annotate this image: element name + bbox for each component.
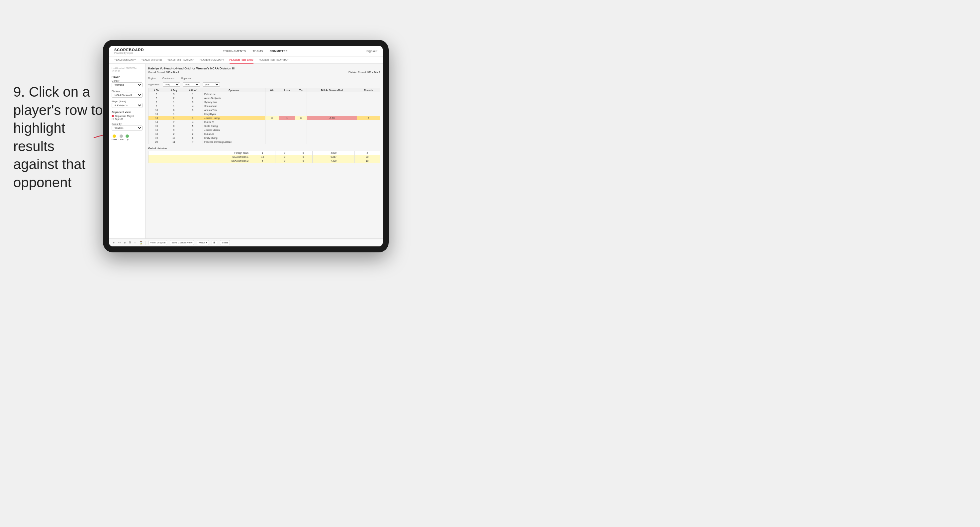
grid-cell — [295, 112, 307, 116]
table-row[interactable]: 20117Federica Domecq Lacroze — [148, 140, 380, 144]
table-row[interactable]: 522Alexis Sudijanto — [148, 96, 380, 100]
table-row[interactable]: 613Sydney Kuo — [148, 100, 380, 104]
grid-cell — [265, 112, 279, 116]
col-win: Win — [265, 88, 279, 92]
tab-team-h2h-grid[interactable]: TEAM H2H GRID — [141, 56, 162, 64]
region-select[interactable]: (All) — [163, 83, 180, 87]
colour-dots: Down Level Up — [111, 135, 143, 140]
division-select[interactable]: NCAA Division III — [111, 93, 143, 98]
nav-tournaments[interactable]: TOURNAMENTS — [223, 49, 246, 54]
colour-by-select[interactable]: Win/loss — [111, 125, 143, 130]
grid-cell — [265, 136, 279, 140]
grid-btn[interactable]: ⊞ — [212, 240, 217, 245]
opponents-filter-group: Opponents: — [148, 83, 160, 86]
tab-player-summary[interactable]: PLAYER SUMMARY — [200, 56, 224, 64]
grid-cell: 1 — [183, 92, 203, 96]
radio-opponents-played[interactable]: Opponents Played — [111, 115, 143, 117]
grid-cell: 3 — [165, 92, 183, 96]
grid-cell — [295, 108, 307, 112]
logo-text: SCOREBOARD — [114, 48, 144, 52]
grid-cell: 20 — [148, 140, 165, 144]
grid-cell: 6 — [165, 108, 183, 112]
grid-cell: 4 — [183, 120, 203, 124]
redo-icon[interactable]: ↪ — [118, 241, 121, 244]
table-row[interactable]: 331Esther Lee — [148, 92, 380, 96]
nav-bar: SCOREBOARD Powered by clippd TOURNAMENTS… — [109, 46, 383, 56]
grid-cell: 5 — [148, 96, 165, 100]
opponent-name-cell: Esther Lee — [203, 92, 265, 96]
grid-cell: 4 — [183, 104, 203, 108]
last-updated: Last Updated: 27/03/2024 16:55:38 — [111, 67, 143, 73]
grid-cell: 8 — [165, 124, 183, 128]
opponent-view-title: Opponent view — [111, 111, 143, 114]
timer-icon[interactable]: ⌛ — [139, 241, 143, 244]
tab-player-h2h-grid[interactable]: PLAYER H2H GRID — [229, 56, 253, 64]
copy-icon[interactable]: ⧉ — [129, 241, 131, 244]
expand-icon[interactable]: ↔ — [134, 241, 137, 244]
out-table-row[interactable]: NAIA Division 115009.26730 — [148, 155, 380, 159]
grid-cell — [357, 100, 380, 104]
grid-cell — [357, 108, 380, 112]
table-row[interactable]: 1063Andrea York — [148, 108, 380, 112]
tab-team-h2h-heatmap[interactable]: TEAM H2H HEATMAP — [167, 56, 194, 64]
table-row[interactable]: 1691Jessica Mason — [148, 128, 380, 132]
colour-dot-down — [113, 135, 116, 138]
radio-opponents-played-label: Opponents Played — [115, 115, 134, 117]
col-tie: Tie — [295, 88, 307, 92]
grid-cell — [295, 140, 307, 144]
grid-cell: 11 — [165, 140, 183, 144]
out-table-row[interactable]: NCAA Division 25007.40010 — [148, 159, 380, 163]
grid-cell: 7 — [183, 140, 203, 144]
colour-by-label: Colour by — [111, 123, 143, 125]
table-row[interactable]: 19106Emily Chang — [148, 136, 380, 140]
watch-btn[interactable]: Watch ▾ — [197, 240, 209, 245]
nav-committee[interactable]: COMMITTEE — [269, 49, 287, 54]
colour-down: Down — [111, 135, 117, 140]
colour-by-section: Colour by Win/loss Down Level — [111, 123, 143, 140]
radio-top100[interactable]: Top 100 — [111, 118, 143, 120]
table-row[interactable]: 914Sharon Mun — [148, 104, 380, 108]
opponent-select[interactable]: (All) — [203, 83, 220, 87]
tab-player-h2h-heatmap[interactable]: PLAYER H2H HEATMAP — [259, 56, 289, 64]
tab-team-summary[interactable]: TEAM SUMMARY — [114, 56, 136, 64]
tablet-frame: SCOREBOARD Powered by clippd TOURNAMENTS… — [103, 40, 389, 252]
grid-cell — [183, 112, 203, 116]
grid-cell — [279, 140, 295, 144]
grid-cell: 9 — [148, 104, 165, 108]
opponents-label: Opponents: — [148, 83, 160, 86]
grid-cell — [307, 128, 357, 132]
table-row[interactable]: 1474Eunice Yi — [148, 120, 380, 124]
history-icon[interactable]: ⤼ — [124, 241, 126, 244]
table-row[interactable]: 131Haeji Hyun — [148, 112, 380, 116]
share-btn[interactable]: Share — [220, 240, 230, 245]
records-row: Overall Record: 353 - 34 - 6 Division Re… — [148, 71, 380, 74]
grid-cell — [307, 112, 357, 116]
gender-select[interactable]: Women's — [111, 83, 143, 87]
division-record: Division Record: 331 - 34 - 6 — [348, 71, 380, 74]
table-row[interactable]: 1311Jessica Huang010-3.002 — [148, 116, 380, 120]
save-custom-view-btn[interactable]: Save Custom View — [170, 240, 194, 245]
grid-cell: 3 — [183, 100, 203, 104]
radio-top100-icon — [111, 118, 114, 120]
table-row[interactable]: 1822Euna Lee — [148, 132, 380, 136]
grid-label: ⊞ — [213, 241, 216, 244]
grid-cell: 1 — [279, 116, 295, 120]
out-cell: 10 — [355, 159, 380, 163]
sign-out-link[interactable]: Sign out — [366, 49, 377, 53]
grid-cell: 0 — [295, 116, 307, 120]
grid-cell: 13 — [148, 116, 165, 120]
conference-select[interactable]: (All) — [183, 83, 200, 87]
out-table-row[interactable]: Foreign Team1004.5002 — [148, 151, 380, 155]
player-rank-select[interactable]: 8. Katelyn Vo — [111, 103, 143, 108]
grid-cell — [279, 96, 295, 100]
grid-cell — [279, 100, 295, 104]
view-original-btn[interactable]: View: Original — [148, 240, 167, 245]
undo-icon[interactable]: ↩ — [113, 241, 116, 244]
table-row[interactable]: 1585Stella Chang — [148, 124, 380, 128]
nav-teams[interactable]: TEAMS — [253, 49, 263, 54]
grid-cell: 2 — [165, 96, 183, 100]
grid-cell — [295, 92, 307, 96]
grid-cell: -3.00 — [307, 116, 357, 120]
grid-cell — [265, 140, 279, 144]
grid-cell: 14 — [148, 120, 165, 124]
